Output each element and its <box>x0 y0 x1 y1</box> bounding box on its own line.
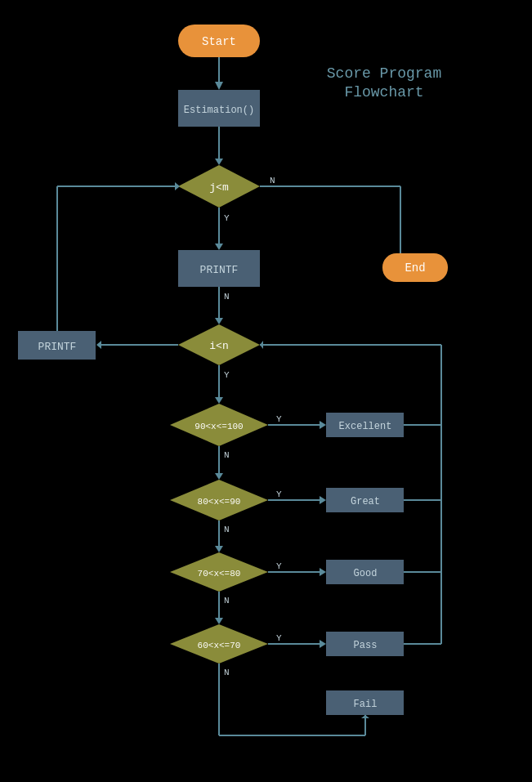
fail-label: Fail <box>354 699 378 710</box>
arrow-cond60-pass-head <box>320 640 326 648</box>
jm-yes-label: Y <box>224 213 230 223</box>
arrow-cond80-no-head <box>215 546 223 552</box>
end-label: End <box>405 261 425 275</box>
arrow-cond80-great-head <box>320 496 326 504</box>
printf-left-label: PRINTF <box>38 341 77 353</box>
title-line1: Score Program <box>327 65 441 82</box>
cond90-no-label: N <box>224 450 230 460</box>
in-label: i<n <box>209 340 228 352</box>
loop-printf-left-head <box>175 182 180 190</box>
jm-label: j<m <box>209 181 229 194</box>
printf-main-label: PRINTF <box>200 264 239 276</box>
good-label: Good <box>354 568 378 579</box>
cond60-no-label: N <box>224 668 230 677</box>
arrow-jm-yes-head <box>215 244 223 250</box>
arrow-cond90-excellent-head <box>320 421 326 429</box>
arrow-cond90-no-head <box>215 473 223 480</box>
cond60-yes-label: Y <box>276 633 282 643</box>
loop-arrow-head <box>260 341 263 349</box>
excellent-label: Excellent <box>339 421 392 432</box>
cond60-label: 60<x<=70 <box>198 641 241 650</box>
cond70-label: 70<x<=80 <box>198 569 241 579</box>
great-label: Great <box>351 496 380 507</box>
arrow-start-estimation-head <box>215 82 223 90</box>
arrow-estimation-jm-head <box>215 159 223 165</box>
cond90-label: 90<x<=100 <box>194 422 243 431</box>
title-line2: Flowchart <box>344 84 423 101</box>
jm-no-label: N <box>270 176 275 185</box>
arrow-cond70-good-head <box>320 568 326 576</box>
arrow-in-left-head <box>96 341 101 349</box>
arrow-printf-in-head <box>215 318 223 324</box>
cond80-no-label: N <box>224 525 230 534</box>
cond80-label: 80<x<=90 <box>198 497 241 507</box>
printf-no-label: N <box>224 292 230 302</box>
flowchart-container: Score Program Flowchart Start Estimation… <box>0 0 532 782</box>
cond70-no-label: N <box>224 596 230 605</box>
cond70-yes-label: Y <box>276 561 282 571</box>
in-yes-label: Y <box>224 370 230 380</box>
cond80-yes-label: Y <box>276 489 282 499</box>
arrow-in-yes-head <box>215 397 223 404</box>
arrow-cond70-no-head <box>215 618 223 624</box>
estimation-label: Estimation() <box>184 105 254 116</box>
cond90-yes-label: Y <box>276 414 282 424</box>
start-label: Start <box>202 35 236 48</box>
arrow-cond60-fail-head <box>361 715 369 718</box>
pass-label: Pass <box>354 640 378 651</box>
